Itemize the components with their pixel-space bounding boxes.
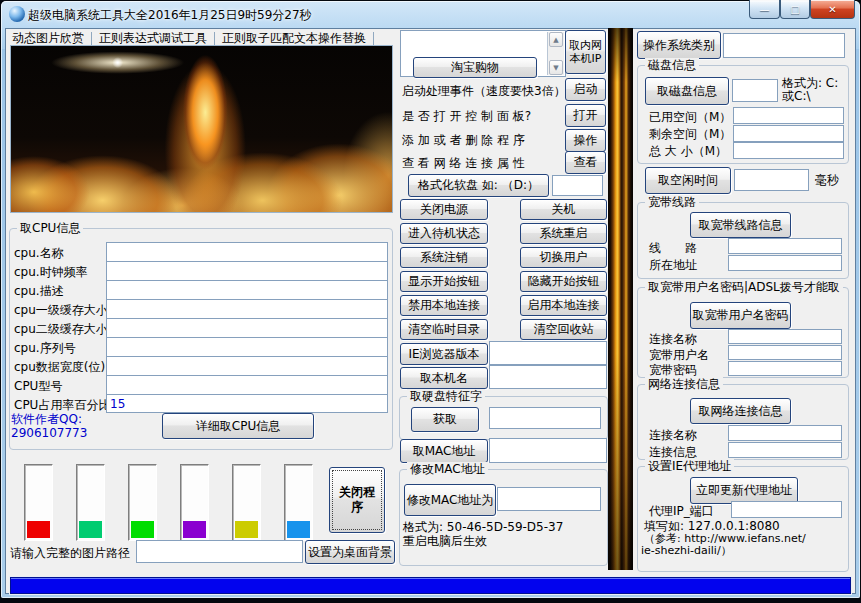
cpu-serial-label: cpu.序列号 (14, 341, 76, 355)
minimize-button[interactable]: — (749, 0, 780, 19)
switch-user-button[interactable]: 切换用户 (520, 247, 607, 268)
view-network-properties-button[interactable]: 查看 (565, 151, 606, 174)
proxy-ip-port-field[interactable] (731, 501, 842, 518)
power-off-button[interactable]: 关闭电源 (400, 199, 488, 220)
progress-bar (10, 577, 851, 594)
hostname-field[interactable] (489, 365, 607, 389)
disk-free-label: 剩余空间（M） (649, 127, 731, 141)
get-mac-button[interactable]: 取MAC地址 (400, 439, 488, 463)
cpu-name-field[interactable] (106, 242, 388, 262)
idle-time-field[interactable] (734, 169, 809, 191)
tab-regex-replace[interactable]: 正则取子匹配文本操作替换 (222, 31, 366, 45)
tab-separator (373, 32, 374, 45)
level-meter-2 (76, 464, 105, 541)
logoff-button[interactable]: 系统注销 (400, 247, 488, 268)
net-conn-info-field[interactable] (728, 442, 842, 458)
cpu-width-field[interactable] (106, 356, 388, 376)
level-meter-4 (180, 464, 209, 541)
cpu-desc-field[interactable] (106, 280, 388, 300)
level-meter-1 (24, 464, 53, 541)
hide-start-button[interactable]: 隐藏开始按钮 (520, 271, 607, 292)
shutdown-button[interactable]: 关机 (520, 199, 607, 220)
adsl-password-label: 宽带密码 (649, 363, 697, 377)
cpu-clock-field[interactable] (106, 261, 388, 281)
disk-free-field[interactable] (733, 125, 844, 142)
modify-mac-button[interactable]: 修改MAC地址为 (404, 484, 496, 516)
startup-button[interactable]: 启动 (565, 78, 606, 101)
disk-format-hint-2: 或C:\ (782, 89, 810, 103)
scroll-up-icon[interactable]: ▲ (549, 32, 563, 47)
standby-button[interactable]: 进入待机状态 (400, 223, 488, 244)
adsl-conn-name-field[interactable] (728, 329, 842, 344)
scroll-down-icon[interactable]: ▼ (549, 60, 563, 75)
proxy-example-hint: 填写如: 127.0.0.1:8080 (644, 519, 780, 533)
idle-unit-label: 毫秒 (815, 173, 839, 187)
lan-ip-button[interactable]: 取内网本机IP (565, 30, 606, 74)
line-label: 线 路 (649, 241, 697, 255)
show-start-button[interactable]: 显示开始按钮 (400, 271, 488, 292)
ie-version-field[interactable] (489, 341, 607, 365)
tab-regex-debugger[interactable]: 正则表达式调试工具 (99, 31, 207, 45)
level-meter-fill (79, 521, 102, 538)
close-program-button[interactable]: 关闭程序 (329, 467, 385, 533)
idle-time-button[interactable]: 取空闲时间 (645, 167, 731, 194)
disk-used-field[interactable] (733, 107, 844, 124)
format-drive-field[interactable] (552, 175, 603, 196)
level-meter-fill (183, 521, 206, 538)
net-conn-name-label: 连接名称 (649, 428, 697, 442)
line-field[interactable] (728, 238, 842, 254)
image-path-input[interactable] (136, 540, 303, 563)
disk-letter-field[interactable] (732, 79, 778, 102)
hdd-feature-field[interactable] (489, 407, 601, 429)
adsl-username-label: 宽带用户名 (649, 348, 709, 362)
maximize-button[interactable]: □ (780, 0, 810, 19)
line-address-field[interactable] (728, 255, 842, 271)
line-address-label: 所在地址 (649, 258, 697, 272)
cpu-model-label: CPU型号 (14, 379, 62, 393)
format-floppy-button[interactable]: 格式化软盘 如: （D:） (408, 174, 549, 197)
open-control-panel-button[interactable]: 打开 (565, 104, 606, 127)
add-remove-programs-button[interactable]: 操作 (565, 129, 606, 152)
close-icon: ✕ (828, 4, 836, 15)
cpu-serial-field[interactable] (106, 337, 388, 357)
level-meter-3 (128, 464, 157, 541)
level-meter-fill (131, 521, 154, 538)
cpu-model-field[interactable] (106, 375, 388, 395)
broadband-line-group-title: 宽带线路 (645, 195, 699, 210)
disk-total-label: 总 大 小（M） (649, 144, 727, 158)
set-wallpaper-button[interactable]: 设置为桌面背景 (305, 540, 395, 564)
close-button[interactable]: ✕ (810, 0, 855, 19)
os-type-button[interactable]: 操作系统类别 (637, 31, 721, 59)
get-adsl-account-button[interactable]: 取宽带用户名密码 (690, 302, 791, 329)
net-conn-name-field[interactable] (728, 425, 842, 441)
cpu-name-label: cpu.名称 (14, 246, 64, 260)
empty-recycle-bin-button[interactable]: 清空回收站 (520, 319, 607, 340)
hostname-button[interactable]: 取本机名 (400, 367, 488, 389)
update-proxy-button[interactable]: 立即更新代理地址 (690, 477, 798, 504)
hdd-feature-group-title: 取硬盘特征字 (407, 389, 485, 404)
image-path-label: 请输入完整的图片路径 (10, 546, 130, 560)
get-line-info-button[interactable]: 取宽带线路信息 (690, 212, 791, 238)
mac-address-field[interactable] (489, 438, 607, 463)
cpu-usage-field[interactable] (106, 394, 388, 413)
taobao-button[interactable]: 淘宝购物 (413, 57, 537, 78)
hdd-get-button[interactable]: 获取 (411, 407, 479, 432)
ie-version-button[interactable]: IE浏览器版本 (400, 343, 488, 365)
adsl-password-field[interactable] (728, 361, 842, 376)
restart-button[interactable]: 系统重启 (520, 223, 607, 244)
cpu-l1-field[interactable] (106, 299, 388, 319)
get-disk-info-button[interactable]: 取磁盘信息 (645, 77, 729, 105)
disable-lan-button[interactable]: 禁用本地连接 (400, 295, 488, 316)
listbox-scrollbar[interactable]: ▲ ▼ (547, 32, 564, 75)
new-mac-field[interactable] (497, 487, 601, 511)
cpu-width-label: cpu数据宽度(位) (14, 360, 105, 374)
os-type-field[interactable] (723, 33, 845, 58)
enable-lan-button[interactable]: 启用本地连接 (520, 295, 607, 316)
get-net-connection-button[interactable]: 取网络连接信息 (690, 398, 791, 424)
cpu-l2-field[interactable] (106, 318, 388, 338)
cpu-detail-button[interactable]: 详细取CPU信息 (162, 413, 314, 439)
clear-temp-button[interactable]: 清空临时目录 (400, 319, 488, 340)
tab-animated-pictures[interactable]: 动态图片欣赏 (12, 31, 84, 45)
disk-total-field[interactable] (733, 142, 844, 159)
adsl-username-field[interactable] (728, 345, 842, 360)
